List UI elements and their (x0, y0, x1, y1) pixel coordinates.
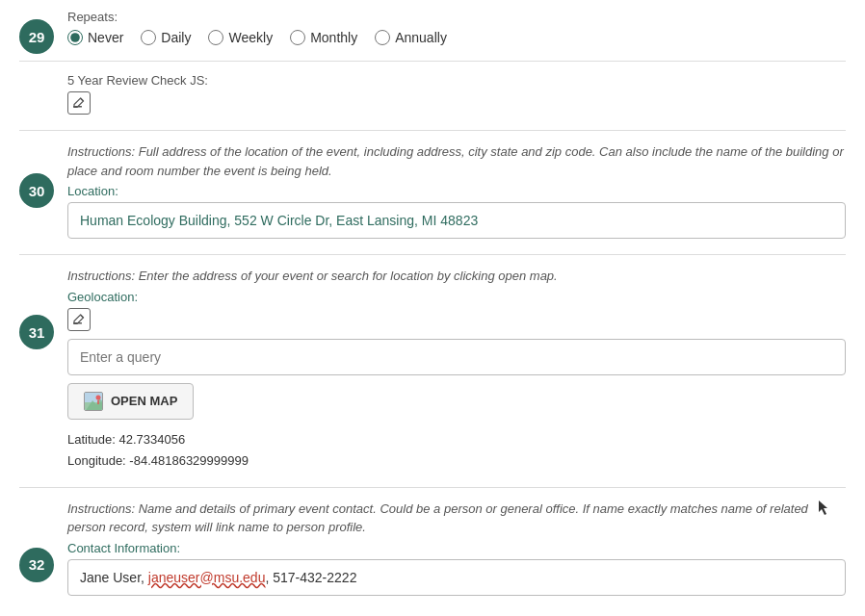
repeats-section: 29 Repeats: Never Daily Weekly Monthly A… (19, 10, 846, 45)
radio-monthly-input[interactable] (290, 30, 305, 45)
divider-1 (19, 61, 846, 62)
contact-name: Jane User, (80, 570, 148, 585)
radio-daily-label: Daily (161, 30, 191, 45)
location-input[interactable] (67, 202, 846, 239)
latitude-value: 42.7334056 (119, 432, 186, 447)
contact-input-display[interactable]: Jane User, janeuser@msu.edu, 517-432-222… (67, 559, 846, 596)
step-badge-29: 29 (19, 19, 54, 54)
step-badge-32: 32 (19, 548, 54, 582)
longitude-value: -84.48186329999999 (129, 453, 249, 468)
divider-2 (19, 130, 846, 131)
radio-daily-input[interactable] (141, 30, 156, 45)
repeats-label: Repeats: (67, 10, 846, 24)
location-field-label: Location: (67, 184, 846, 198)
radio-annually[interactable]: Annually (375, 30, 447, 45)
five-year-section: 5 Year Review Check JS: (19, 73, 846, 115)
radio-annually-input[interactable] (375, 30, 390, 45)
radio-monthly[interactable]: Monthly (290, 30, 357, 45)
coordinates-text: Latitude: 42.7334056 Longitude: -84.4818… (67, 429, 846, 472)
geolocation-field-label: Geolocation: (67, 290, 846, 304)
contact-phone: , 517-432-2222 (265, 570, 356, 585)
radio-never-input[interactable] (67, 30, 83, 45)
page-container: 29 Repeats: Never Daily Weekly Monthly A… (0, 0, 865, 616)
open-map-label: OPEN MAP (111, 394, 177, 408)
geolocation-section: 31 Instructions: Enter the address of yo… (19, 267, 846, 472)
open-map-button[interactable]: OPEN MAP (67, 383, 194, 420)
radio-weekly-input[interactable] (208, 30, 223, 45)
radio-group-repeats: Never Daily Weekly Monthly Annually (67, 30, 846, 45)
contact-field-label: Contact Information: (67, 541, 846, 555)
geolocation-instructions: Instructions: Enter the address of your … (67, 267, 846, 286)
latitude-label: Latitude: (67, 432, 119, 447)
mouse-cursor (819, 500, 828, 514)
divider-4 (19, 487, 846, 488)
radio-never-label: Never (88, 30, 123, 45)
map-icon (84, 392, 103, 411)
radio-monthly-label: Monthly (310, 30, 357, 45)
radio-never[interactable]: Never (67, 30, 123, 45)
divider-3 (19, 254, 846, 255)
radio-weekly-label: Weekly (228, 30, 273, 45)
radio-daily[interactable]: Daily (141, 30, 191, 45)
contact-section: 32 Instructions: Name and details of pri… (19, 500, 846, 596)
contact-email[interactable]: janeuser@msu.edu (148, 570, 266, 585)
five-year-edit-icon[interactable] (67, 91, 91, 115)
step-badge-31: 31 (19, 315, 54, 349)
location-instructions: Instructions: Full address of the locati… (67, 142, 846, 180)
five-year-label: 5 Year Review Check JS: (67, 73, 846, 88)
geolocation-edit-icon[interactable] (67, 308, 91, 331)
radio-weekly[interactable]: Weekly (208, 30, 273, 45)
svg-point-5 (96, 395, 101, 399)
longitude-label: Longitude: (67, 453, 129, 468)
step-badge-30: 30 (19, 173, 54, 208)
geolocation-query-input[interactable] (67, 339, 846, 375)
contact-instructions: Instructions: Name and details of primar… (67, 500, 846, 537)
radio-annually-label: Annually (395, 30, 447, 45)
location-section: 30 Instructions: Full address of the loc… (19, 142, 846, 239)
